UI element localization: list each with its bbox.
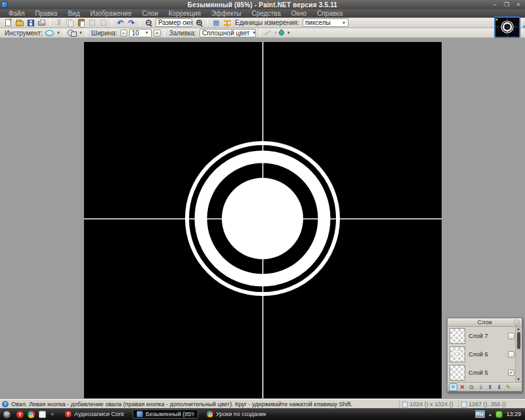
- layer-name: Слой 6: [469, 351, 508, 358]
- redo-icon: ↷: [128, 20, 135, 26]
- chevron-down-icon: ▼: [56, 31, 60, 35]
- delete-layer-button[interactable]: ✕: [458, 383, 467, 391]
- open-button[interactable]: [14, 18, 24, 28]
- width-increase-button[interactable]: +: [154, 30, 161, 37]
- menu-help[interactable]: Справка: [312, 9, 348, 18]
- tab-overflow-chevron-icon[interactable]: ▼: [522, 24, 525, 29]
- task-lessons[interactable]: Уроки по созданию ...: [203, 410, 269, 419]
- close-button[interactable]: ×: [514, 1, 523, 9]
- drawing-canvas[interactable]: [84, 42, 442, 398]
- undo-icon: ↶: [117, 20, 123, 26]
- quicklaunch-app-icon[interactable]: [39, 411, 46, 418]
- scrollbar-thumb[interactable]: [517, 332, 520, 349]
- ellipse-tool-button[interactable]: ▼: [45, 28, 60, 37]
- unsaved-marker-icon: *: [495, 17, 498, 24]
- menu-effects[interactable]: Эффекты: [206, 9, 246, 18]
- move-layer-down-button[interactable]: ⬇: [495, 383, 503, 391]
- language-indicator[interactable]: RU: [475, 410, 485, 418]
- width-combo[interactable]: 10 ▼: [129, 29, 152, 37]
- menu-window[interactable]: Окно: [286, 9, 312, 18]
- line-style-button: ▼: [264, 28, 278, 37]
- scroll-down-icon[interactable]: ▼: [516, 377, 520, 382]
- image-tab-thumbnail[interactable]: *: [494, 16, 520, 38]
- task-paintnet-active[interactable]: Безымянный (85%) -...: [133, 410, 198, 419]
- restore-button[interactable]: ❐: [502, 1, 511, 9]
- layer-visibility-checkbox[interactable]: ✓: [508, 369, 514, 376]
- quicklaunch-chrome-icon[interactable]: [28, 411, 35, 418]
- canvas-artwork: [84, 42, 442, 398]
- antialiasing-button[interactable]: ▼: [279, 28, 291, 37]
- layer-thumbnail: [450, 328, 465, 344]
- task-audio-recordings[interactable]: Y Аудиозаписи Contra...: [62, 410, 127, 419]
- status-bar: ? Овал. Левая кнопка - добавление овала …: [0, 399, 525, 408]
- layer-row[interactable]: Слой 5 ✓: [448, 364, 522, 382]
- layers-close-button[interactable]: ×: [514, 320, 520, 326]
- save-button[interactable]: [26, 18, 35, 28]
- menu-layers[interactable]: Слои: [136, 9, 163, 18]
- move-layer-up-button[interactable]: ⬆: [486, 383, 494, 391]
- width-decrease-button[interactable]: −: [120, 30, 127, 37]
- zoom-out-button[interactable]: −: [144, 18, 154, 28]
- quicklaunch-yandex-icon[interactable]: Y: [16, 411, 24, 418]
- redo-button[interactable]: ↷: [127, 18, 136, 28]
- chrome-icon: [207, 411, 213, 417]
- scroll-up-icon[interactable]: ▲: [516, 327, 520, 331]
- tool-options-toolbar: Инструмент: ▼ ▼ Ширина: − 10 ▼ + Заливка…: [0, 28, 525, 38]
- zoom-in-button[interactable]: +: [194, 18, 204, 28]
- tray-expand-icon[interactable]: ▲: [488, 412, 493, 417]
- layer-row[interactable]: Слой 7: [448, 327, 522, 345]
- menu-edit[interactable]: Правка: [30, 9, 63, 18]
- cut-button: [54, 18, 64, 28]
- paste-button[interactable]: [76, 18, 86, 28]
- duplicate-layer-button[interactable]: ⧉: [467, 383, 476, 391]
- layer-row[interactable]: Слой 6: [448, 345, 522, 364]
- standard-toolbar: ↶ ↷ − Размер окн ▼ + ▦ Единицы измерения…: [0, 18, 525, 28]
- layer-content-ellipse: [452, 350, 462, 358]
- toolbar-separator: [164, 30, 165, 37]
- layer-properties-button[interactable]: ✎: [504, 383, 513, 391]
- layers-toolbar: + ✕ ⧉ ⇓ ⬆ ⬇ ✎: [448, 382, 522, 391]
- add-layer-button[interactable]: +: [449, 383, 457, 391]
- taskbar: Y » Y Аудиозаписи Contra... Безымянный (…: [0, 408, 525, 420]
- tool-label: Инструмент:: [5, 30, 43, 37]
- ruler-icon: [224, 20, 231, 26]
- antialiasing-icon: [278, 29, 285, 36]
- toolbar-separator: [140, 19, 140, 26]
- menu-utilities[interactable]: Средства: [246, 9, 285, 18]
- toolbar-separator: [86, 30, 87, 37]
- taskbar-clock[interactable]: 13:29: [506, 411, 521, 417]
- chevron-down-icon: ▼: [274, 31, 278, 35]
- antivirus-tray-icon[interactable]: [495, 411, 503, 418]
- new-file-icon: [5, 19, 11, 26]
- menu-image[interactable]: Изображение: [85, 9, 136, 18]
- layer-visibility-checkbox[interactable]: [508, 351, 514, 358]
- print-icon: [38, 21, 45, 26]
- units-dropdown[interactable]: пикселы ▼: [303, 18, 348, 27]
- menu-adjustments[interactable]: Коррекция: [163, 9, 206, 18]
- minimize-button[interactable]: –: [490, 1, 499, 9]
- menu-view[interactable]: Вид: [62, 9, 85, 18]
- layer-thumbnail: [450, 346, 465, 362]
- rulers-toggle-button[interactable]: [222, 18, 232, 28]
- grid-toggle-button[interactable]: ▦: [211, 18, 221, 28]
- quicklaunch-overflow-chevron[interactable]: »: [51, 411, 54, 417]
- shape-draw-mode-button[interactable]: ▼: [68, 28, 83, 37]
- layers-scrollbar[interactable]: ▲ ▼: [515, 327, 521, 382]
- shape-mode-icon: [68, 30, 76, 36]
- fill-style-dropdown[interactable]: Сплошной цвет ▼: [200, 29, 256, 37]
- zoom-level-value: Размер окн: [158, 19, 193, 26]
- start-button[interactable]: [3, 410, 11, 419]
- undo-button[interactable]: ↶: [116, 18, 125, 28]
- chevron-down-icon: ▼: [252, 31, 256, 35]
- print-button[interactable]: [37, 18, 47, 28]
- zoom-in-icon: +: [196, 20, 202, 26]
- layer-thumbnail: [450, 365, 465, 381]
- new-file-button[interactable]: [3, 18, 13, 28]
- paintnet-icon: [136, 411, 143, 417]
- merge-layer-down-button[interactable]: ⇓: [476, 383, 485, 391]
- menu-file[interactable]: Файл: [3, 9, 30, 18]
- layer-name: Слой 7: [469, 333, 508, 339]
- layers-panel-titlebar[interactable]: Слои ×: [448, 318, 522, 327]
- zoom-level-dropdown[interactable]: Размер окн ▼: [156, 18, 192, 27]
- layer-visibility-checkbox[interactable]: [508, 333, 514, 339]
